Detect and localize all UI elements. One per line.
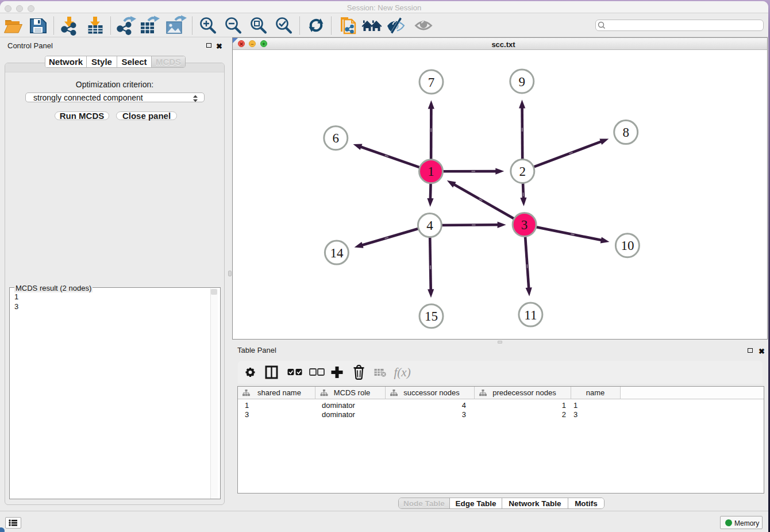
svg-text:15: 15 (425, 309, 438, 323)
svg-text:14: 14 (330, 246, 344, 260)
svg-text:7: 7 (428, 75, 435, 90)
svg-text:3: 3 (521, 218, 528, 232)
svg-text:f(x): f(x) (394, 365, 411, 379)
svg-text:4: 4 (426, 218, 433, 233)
svg-text:8: 8 (622, 125, 629, 140)
svg-text:10: 10 (621, 238, 634, 253)
svg-text:11: 11 (524, 308, 537, 322)
svg-text:2: 2 (519, 164, 526, 179)
svg-text:1: 1 (428, 164, 434, 179)
svg-text:9: 9 (519, 75, 526, 89)
svg-text:6: 6 (333, 131, 340, 145)
